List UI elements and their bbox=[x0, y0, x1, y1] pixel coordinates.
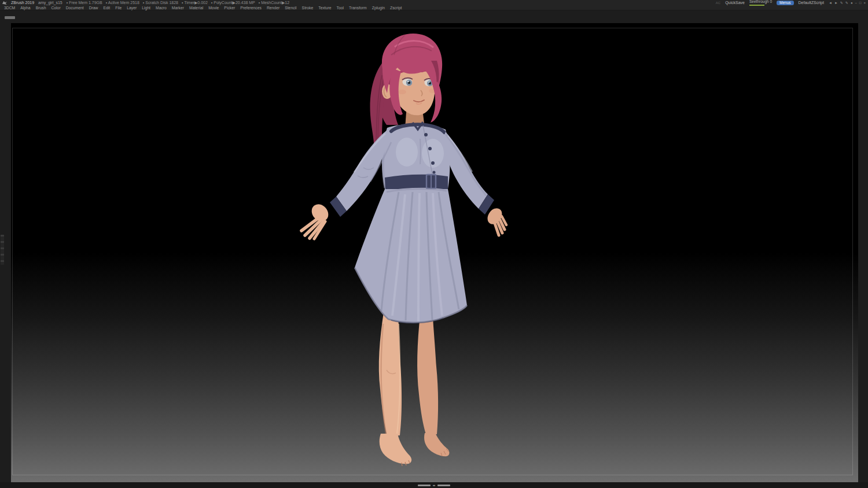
stat-item: • Free Mem 1.79GB bbox=[67, 0, 102, 6]
stat-item: • Timer▶0.002 bbox=[182, 0, 208, 6]
zbrush-logo-icon bbox=[2, 1, 7, 5]
document-canvas[interactable] bbox=[11, 23, 858, 482]
dress-button bbox=[424, 133, 428, 136]
menu-bar: 3DCMAlphaBrushColorDocumentDrawEditFileL… bbox=[0, 6, 868, 10]
menu-item[interactable]: Marker bbox=[172, 6, 184, 10]
menu-item[interactable]: Stroke bbox=[302, 6, 314, 10]
menu-item[interactable]: Macro bbox=[156, 6, 167, 10]
menu-item[interactable]: Tool bbox=[337, 6, 344, 10]
character-girl bbox=[301, 34, 506, 466]
menu-item[interactable]: Layer bbox=[127, 6, 137, 10]
session-stats: • Free Mem 1.79GB• Active Mem 2518• Scra… bbox=[67, 0, 289, 6]
menu-item[interactable]: Stencil bbox=[285, 6, 296, 10]
skirt-highlight bbox=[418, 193, 420, 321]
menu-item[interactable]: Transform bbox=[349, 6, 367, 10]
divider-arrows-icon: ◂▸ bbox=[432, 484, 435, 486]
open-left-tray-icon[interactable]: ◄ bbox=[829, 1, 832, 5]
bodice-center-shadow bbox=[420, 139, 421, 164]
top-tray-divider-handle[interactable] bbox=[5, 16, 15, 19]
cheek-blush bbox=[398, 90, 406, 94]
title-bar: ZBrush 2019 amy_girl_s15 • Free Mem 1.79… bbox=[0, 0, 868, 6]
menu-item[interactable]: Draw bbox=[89, 6, 98, 10]
foot-near bbox=[380, 434, 412, 464]
leg-far bbox=[417, 315, 438, 434]
menu-item[interactable]: File bbox=[115, 6, 122, 10]
window-icon-cluster: ◄►✎✎●–□× bbox=[829, 1, 866, 5]
lock-icon[interactable]: ● bbox=[851, 1, 853, 5]
open-right-tray-icon[interactable]: ► bbox=[834, 1, 838, 5]
sculpt-brush-icon[interactable]: ✎ bbox=[840, 1, 843, 5]
quicksave-button[interactable]: QuickSave bbox=[725, 0, 745, 6]
stat-item: • PolyCount▶20.438 MP bbox=[211, 0, 255, 6]
menu-item[interactable]: Light bbox=[142, 6, 150, 10]
stat-item: • Active Mem 2518 bbox=[106, 0, 139, 6]
dress-button bbox=[431, 161, 435, 165]
ac-indicator: AC bbox=[716, 0, 720, 6]
menu-item[interactable]: Render bbox=[267, 6, 279, 10]
bottom-tray-divider-handle[interactable]: ◂▸ bbox=[418, 484, 450, 486]
close-window-icon[interactable]: × bbox=[863, 1, 866, 5]
menu-item[interactable]: Color bbox=[51, 6, 60, 10]
menu-item[interactable]: Preferences bbox=[240, 6, 262, 10]
menu-item[interactable]: Texture bbox=[318, 6, 331, 10]
divider-bar bbox=[418, 485, 431, 486]
menu-item[interactable]: Brush bbox=[36, 6, 46, 10]
menu-item[interactable]: 3DCM bbox=[4, 6, 15, 10]
app-title: ZBrush 2019 bbox=[11, 0, 34, 6]
menu-item[interactable]: Movie bbox=[208, 6, 219, 10]
dress-button bbox=[428, 147, 432, 150]
stat-item: • Scratch Disk 1828 bbox=[143, 0, 178, 6]
workspace bbox=[0, 10, 868, 482]
chest-highlight bbox=[396, 138, 418, 167]
divider-bar bbox=[437, 485, 450, 486]
paint-brush-icon[interactable]: ✎ bbox=[845, 1, 848, 5]
eye-highlight bbox=[407, 81, 409, 82]
menus-toggle-button[interactable]: Menus bbox=[777, 1, 794, 5]
title-bar-right: AC QuickSave Seethrough 0 Menus DefaultZ… bbox=[716, 0, 866, 6]
minimize-window-icon[interactable]: – bbox=[855, 1, 857, 5]
dress-button bbox=[433, 171, 436, 174]
stat-item: • MeshCount▶12 bbox=[259, 0, 289, 6]
restore-window-icon[interactable]: □ bbox=[859, 1, 862, 5]
seethrough-slider[interactable]: Seethrough 0 bbox=[749, 0, 772, 6]
menu-item[interactable]: Alpha bbox=[20, 6, 30, 10]
menu-item[interactable]: Zplugin bbox=[372, 6, 385, 10]
foot-far bbox=[424, 432, 449, 456]
seethrough-label: Seethrough 0 bbox=[749, 0, 772, 4]
default-zscript-button[interactable]: DefaultZScript bbox=[799, 0, 824, 6]
menu-item[interactable]: Document bbox=[66, 6, 84, 10]
sculpt-model-girl bbox=[11, 23, 858, 482]
left-tray-divider-handle[interactable] bbox=[1, 235, 4, 265]
menu-item[interactable]: Zscript bbox=[390, 6, 402, 10]
menu-item[interactable]: Material bbox=[189, 6, 203, 10]
eye-highlight bbox=[428, 82, 429, 83]
menu-item[interactable]: Picker bbox=[224, 6, 235, 10]
menu-item[interactable]: Edit bbox=[104, 6, 111, 10]
bottom-bar: ◂▸ bbox=[0, 482, 868, 488]
hand-left bbox=[301, 201, 332, 239]
document-name: amy_girl_s15 bbox=[38, 0, 62, 6]
